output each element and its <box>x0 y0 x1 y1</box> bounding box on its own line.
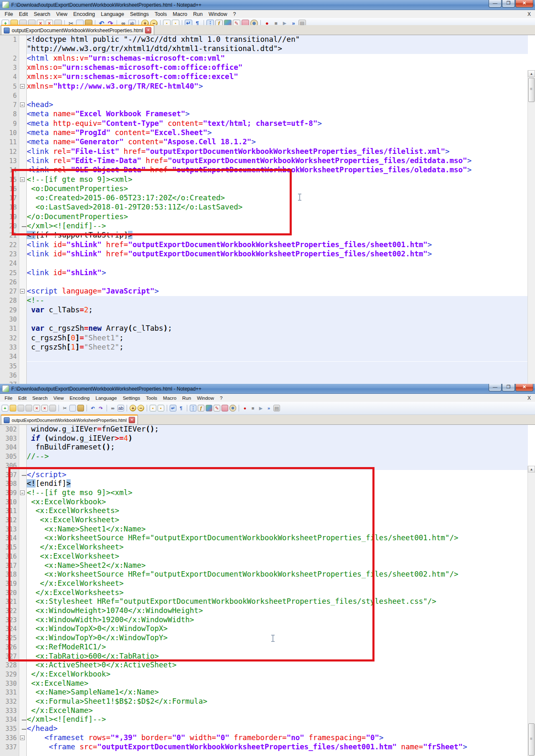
code-line[interactable]: 8<meta name="Excel Workbook Frameset"> <box>0 110 528 119</box>
fold-collapse-icon[interactable]: − <box>20 736 25 740</box>
code-line[interactable]: 1<!doctype html public "-//w3c//dtd xhtm… <box>0 35 528 44</box>
code-line[interactable]: 35 <box>0 362 528 371</box>
play-macro-icon[interactable]: ▶ <box>257 405 264 411</box>
paste-icon[interactable] <box>77 405 84 411</box>
code-line[interactable]: 334</xml><![endif]--> <box>0 715 528 724</box>
tab-active[interactable]: outputExportDocumentWorkbookWorksheetPro… <box>1 414 138 424</box>
code-line[interactable]: 336− <frameset rows="*,39" border="0" wi… <box>0 733 528 743</box>
menu-item-search[interactable]: Search <box>29 396 50 401</box>
fold-collapse-icon[interactable]: − <box>20 84 25 89</box>
title-bar[interactable]: F:\Download\outputExportDocumentWorkbook… <box>0 384 535 394</box>
code-line[interactable]: "http://www.w3.org/tr/xhtml1/dtd/xhtml1-… <box>0 44 528 54</box>
vertical-scrollbar[interactable]: ▲ <box>527 466 535 756</box>
code-line[interactable]: 331 <x:Name>SampleName1</x:Name> <box>0 688 528 697</box>
menu-item-edit[interactable]: Edit <box>15 396 30 401</box>
code-line[interactable]: 28<!-- <box>0 296 528 305</box>
tab-close-icon[interactable]: × <box>145 27 151 33</box>
fold-collapse-icon[interactable]: − <box>20 289 25 294</box>
menu-item-window[interactable]: Window <box>206 11 230 17</box>
code-line[interactable]: 23<link id="shLink" href="outputExportDo… <box>0 250 528 259</box>
save-icon[interactable] <box>18 405 24 411</box>
function-list-icon[interactable]: ƒ <box>198 405 204 411</box>
code-line[interactable]: 25<link id="shLink"> <box>0 268 528 278</box>
record-macro-icon[interactable]: ● <box>242 405 248 411</box>
code-line[interactable]: 27−<script language="JavaScript"> <box>0 287 528 296</box>
zoom-out-icon[interactable]: − <box>138 405 144 411</box>
close-all-icon[interactable]: × <box>41 405 48 411</box>
code-line[interactable]: 302 window.g_iIEVer=fnGetIEVer(); <box>0 425 528 434</box>
code-line[interactable]: 328 <x:ActiveSheet>0</x:ActiveSheet> <box>0 661 528 670</box>
replace-icon[interactable]: ab <box>117 405 124 411</box>
document-list-icon[interactable]: ✎ <box>214 405 220 411</box>
show-symbols-icon[interactable]: ¶ <box>178 405 184 411</box>
code-line[interactable]: 37 <box>0 380 528 384</box>
code-line[interactable]: 2<html xmlns:v="urn:schemas-microsoft-co… <box>0 54 528 63</box>
code-line[interactable]: 24 <box>0 259 528 268</box>
code-line[interactable]: 332 <x:Formula>Sheet1!$B$2:$D$2</x:Formu… <box>0 697 528 706</box>
menu-item-search[interactable]: Search <box>31 11 54 17</box>
code-line[interactable]: 4xmlns:x="urn:schemas-microsoft-com:offi… <box>0 72 528 82</box>
code-line[interactable]: 329 </x:ExcelWorkbook> <box>0 670 528 679</box>
menu-item-macro[interactable]: Macro <box>160 396 179 401</box>
print-icon[interactable] <box>49 405 56 411</box>
code-line[interactable]: 29 var c_lTabs=2; <box>0 306 528 315</box>
menu-close-button[interactable]: X <box>527 395 531 401</box>
scrollbar-thumb[interactable] <box>528 78 535 102</box>
menu-item-language[interactable]: Language <box>92 396 120 401</box>
file-monitoring-icon[interactable] <box>229 405 236 411</box>
code-line[interactable]: 7−<head> <box>0 100 528 110</box>
code-line[interactable]: 9<meta http-equiv="Content-Type" content… <box>0 119 528 128</box>
menu-item-settings[interactable]: Settings <box>127 11 152 17</box>
minimize-button[interactable]: — <box>489 0 502 8</box>
code-line[interactable]: 305//--> <box>0 452 528 461</box>
menu-item-encoding[interactable]: Encoding <box>67 396 93 401</box>
menu-item-help[interactable]: ? <box>230 11 239 17</box>
code-line[interactable]: 5−xmlns="http://www.w3.org/TR/REC-html40… <box>0 82 528 91</box>
menu-item-tools[interactable]: Tools <box>143 396 160 401</box>
menu-item-edit[interactable]: Edit <box>16 11 31 17</box>
menu-item-help[interactable]: ? <box>217 396 225 401</box>
fold-collapse-icon[interactable]: − <box>20 102 25 107</box>
stop-macro-icon[interactable]: ■ <box>250 405 256 411</box>
undo-icon[interactable]: ↶ <box>89 405 96 411</box>
close-window-button[interactable]: ✕ <box>515 0 533 8</box>
menu-close-button[interactable]: X <box>527 11 531 17</box>
code-line[interactable]: 32 c_rgszSh[0]="Sheet1"; <box>0 334 528 343</box>
zoom-in-icon[interactable]: + <box>130 405 136 411</box>
copy-icon[interactable] <box>69 405 76 411</box>
restore-button[interactable]: ❐ <box>502 384 515 391</box>
scroll-up-arrow[interactable]: ▲ <box>528 466 535 472</box>
menu-item-language[interactable]: Language <box>98 11 127 17</box>
scroll-up-arrow[interactable]: ▲ <box>528 70 535 77</box>
menu-item-macro[interactable]: Macro <box>170 11 190 17</box>
title-bar[interactable]: F:\Download\outputExportDocumentWorkbook… <box>0 0 535 10</box>
menu-item-view[interactable]: View <box>53 11 70 17</box>
menu-item-encoding[interactable]: Encoding <box>70 11 98 17</box>
code-line[interactable]: 337 <frame src="outputExportDocumentWork… <box>0 743 528 752</box>
code-line[interactable]: 12<link rel="File-List" href="outputExpo… <box>0 147 528 156</box>
sync-horizontal-icon[interactable]: ▪ <box>158 405 164 411</box>
word-wrap-icon[interactable]: ↵ <box>170 405 176 411</box>
code-line[interactable]: 33 c_rgszSh[1]="Sheet2"; <box>0 343 528 352</box>
menu-item-tools[interactable]: Tools <box>152 11 170 17</box>
vertical-scrollbar[interactable]: ▲ <box>527 70 535 384</box>
close-window-button[interactable]: ✕ <box>515 384 533 391</box>
menu-item-file[interactable]: File <box>2 11 16 17</box>
code-line[interactable]: 13<link rel="Edit-Time-Data" href="outpu… <box>0 156 528 166</box>
code-line[interactable]: 6 <box>0 91 528 100</box>
code-line[interactable]: 3xmlns:o="urn:schemas-microsoft-com:offi… <box>0 63 528 72</box>
code-line[interactable]: 34 <box>0 352 528 361</box>
code-line[interactable]: 30 <box>0 315 528 324</box>
menu-item-window[interactable]: Window <box>194 396 217 401</box>
code-line[interactable]: 31 var c_rgszSh=new Array(c_lTabs); <box>0 324 528 333</box>
folder-workspace-icon[interactable] <box>222 405 228 411</box>
code-line[interactable]: 330 <x:ExcelName> <box>0 679 528 688</box>
code-line[interactable]: 333 </x:ExcelName> <box>0 706 528 715</box>
document-map-icon[interactable] <box>206 405 212 411</box>
close-icon[interactable]: × <box>33 405 40 411</box>
redo-icon[interactable]: ↷ <box>97 405 104 411</box>
menu-item-run[interactable]: Run <box>190 11 206 17</box>
code-line[interactable]: 26 <box>0 278 528 287</box>
code-line[interactable]: 303 if (window.g_iIEVer>=4) <box>0 434 528 443</box>
scrollbar-thumb[interactable] <box>528 723 535 756</box>
